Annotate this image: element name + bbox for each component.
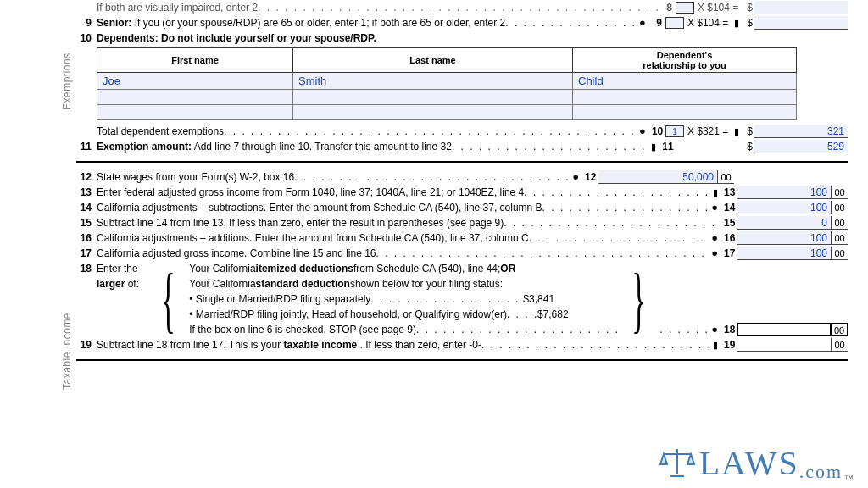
line-18-a-pre: Your California bbox=[189, 261, 255, 276]
line-14-amount[interactable]: 100 bbox=[737, 201, 831, 214]
dep-rel-0[interactable]: Child bbox=[573, 73, 797, 90]
stop-icon: ▮ bbox=[710, 185, 721, 200]
line-15-repeat: 15 bbox=[721, 215, 737, 230]
line-14-text: California adjustments – subtractions. E… bbox=[97, 200, 542, 215]
line-13: 13 Enter federal adjusted gross income f… bbox=[76, 185, 848, 200]
line-15: 15 Subtract line 14 from line 13. If les… bbox=[76, 215, 848, 230]
dollar-sign: $ bbox=[742, 15, 754, 30]
stop-icon: ▮ bbox=[648, 139, 659, 154]
dep-first-0[interactable]: Joe bbox=[97, 73, 293, 90]
dots bbox=[505, 15, 637, 30]
line-8-mult: X $104 = bbox=[694, 0, 742, 15]
brace-left-icon: { bbox=[161, 261, 177, 337]
line-18-c-amt: $3,841 bbox=[523, 291, 554, 307]
dots bbox=[294, 169, 570, 185]
line-16-text: California adjustments – additions. Ente… bbox=[97, 230, 529, 246]
dots bbox=[258, 0, 659, 15]
line-10-num: 10 bbox=[76, 30, 97, 46]
watermark-text: LAWS bbox=[699, 443, 799, 483]
line-13-repeat: 13 bbox=[721, 185, 737, 200]
section-divider bbox=[76, 359, 848, 361]
line-15-amount[interactable]: 0 bbox=[737, 216, 831, 230]
line-16: 16 California adjustments – additions. E… bbox=[76, 230, 848, 246]
line-10-repeat: 10 bbox=[648, 124, 665, 139]
line-10: 10 Dependents: Do not include yourself o… bbox=[76, 30, 848, 46]
line-18-left2b: larger bbox=[97, 278, 125, 290]
dep-rel-2[interactable] bbox=[573, 105, 797, 120]
dep-last-2[interactable] bbox=[293, 105, 573, 120]
line-17-amount[interactable]: 100 bbox=[737, 247, 831, 260]
line-10-amount[interactable]: 321 bbox=[754, 125, 848, 138]
line-18-a-post: from Schedule CA (540), line 44; bbox=[353, 261, 500, 276]
line-11-label: Exemption amount: bbox=[97, 141, 192, 152]
bullet-icon: ● bbox=[709, 230, 721, 246]
line-18-d-text: • Married/RDP filing jointly, Head of ho… bbox=[189, 307, 507, 322]
line-8-amount[interactable] bbox=[754, 1, 848, 14]
line-19-pre: Subtract line 18 from line 17. This is y… bbox=[97, 339, 284, 351]
dollar-sign: $ bbox=[742, 139, 754, 154]
line-9-mult: X $104 = bbox=[684, 15, 732, 30]
line-18-cents[interactable]: 00 bbox=[831, 323, 848, 336]
line-9-num: 9 bbox=[76, 15, 97, 30]
dots bbox=[452, 139, 648, 154]
line-18-c-text: • Single or Married/RDP filing separatel… bbox=[189, 291, 370, 307]
line-18-amount[interactable] bbox=[737, 323, 831, 336]
line-19-num: 19 bbox=[76, 337, 97, 352]
dep-rel-1[interactable] bbox=[573, 90, 797, 105]
line-9-count-input[interactable] bbox=[665, 17, 684, 29]
line-19-amount[interactable] bbox=[737, 338, 831, 352]
line-12-cents[interactable]: 00 bbox=[717, 170, 734, 184]
bullet-icon: ● bbox=[709, 200, 721, 215]
dependents-table: First name Last name Dependent's relatio… bbox=[97, 47, 797, 120]
table-row bbox=[97, 105, 797, 120]
line-9-repeat: 9 bbox=[648, 15, 665, 30]
line-19-cents[interactable]: 00 bbox=[831, 338, 848, 352]
line-8-text: If both are visually impaired, enter 2 bbox=[97, 0, 258, 15]
bullet-icon: ● bbox=[709, 322, 721, 337]
dep-last-0[interactable]: Smith bbox=[293, 73, 573, 90]
dots bbox=[659, 322, 709, 337]
line-17-text: California adjusted gross income. Combin… bbox=[97, 246, 376, 261]
line-14-repeat: 14 bbox=[721, 200, 737, 215]
line-17-repeat: 17 bbox=[721, 246, 737, 261]
line-11-amount[interactable]: 529 bbox=[754, 140, 848, 153]
line-12: 12 State wages from your Form(s) W-2, bo… bbox=[76, 169, 848, 185]
line-12-amount[interactable]: 50,000 bbox=[598, 170, 717, 184]
line-14-cents[interactable]: 00 bbox=[831, 201, 848, 214]
dep-first-2[interactable] bbox=[97, 105, 293, 120]
dep-first-1[interactable] bbox=[97, 90, 293, 105]
line-16-repeat: 16 bbox=[721, 230, 737, 246]
line-16-amount[interactable]: 100 bbox=[737, 231, 831, 245]
dep-last-1[interactable] bbox=[293, 90, 573, 105]
section-label-exemptions: Exemptions bbox=[61, 53, 73, 110]
dots bbox=[416, 322, 620, 337]
line-16-cents[interactable]: 00 bbox=[831, 231, 848, 245]
line-10-total-text: Total dependent exemptions bbox=[97, 124, 224, 139]
line-12-repeat: 12 bbox=[581, 169, 598, 185]
line-13-num: 13 bbox=[76, 185, 97, 200]
line-17: 17 California adjusted gross income. Com… bbox=[76, 246, 848, 261]
line-19-repeat: 19 bbox=[721, 337, 737, 352]
line-13-amount[interactable]: 100 bbox=[737, 186, 831, 199]
brace-right-icon: } bbox=[632, 261, 648, 337]
section-label-taxable: Taxable Income bbox=[61, 313, 73, 390]
line-9-amount[interactable] bbox=[754, 16, 848, 30]
line-10-count-input[interactable]: 1 bbox=[665, 125, 684, 137]
stop-icon: ▮ bbox=[710, 337, 721, 352]
line-17-cents[interactable]: 00 bbox=[831, 247, 848, 260]
line-18-left: Enter the larger of: bbox=[97, 261, 149, 291]
section-divider bbox=[76, 161, 848, 163]
line-16-num: 16 bbox=[76, 230, 97, 246]
line-10-mult: X $321 = bbox=[684, 124, 732, 139]
line-13-cents[interactable]: 00 bbox=[831, 186, 848, 199]
dots bbox=[481, 337, 710, 352]
line-10-label: Dependents: Do not include yourself or y… bbox=[97, 30, 376, 46]
line-8-count-input[interactable] bbox=[676, 2, 694, 14]
line-12-num: 12 bbox=[76, 169, 97, 185]
line-19: 19 Subtract line 18 from line 17. This i… bbox=[76, 337, 848, 352]
line-18-d-amt: $7,682 bbox=[537, 307, 569, 322]
dots bbox=[529, 230, 709, 246]
line-15-cents[interactable]: 00 bbox=[831, 216, 848, 230]
line-18-e-text: If the box on line 6 is checked, STOP (s… bbox=[189, 322, 416, 337]
line-18-b-post: shown below for your filing status: bbox=[350, 276, 503, 291]
